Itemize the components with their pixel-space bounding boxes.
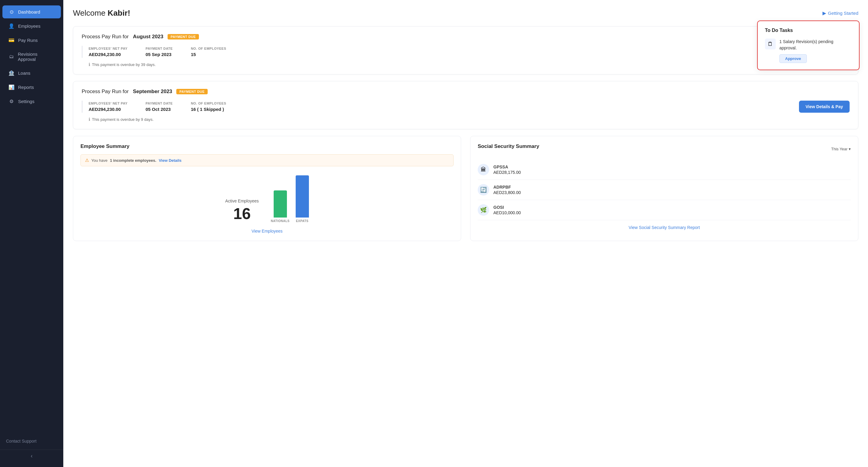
social-item-adrpbf: 🔄 ADRPBF AED23,800.00 <box>478 180 851 200</box>
sidebar-item-pay-runs[interactable]: 💳 Pay Runs <box>2 34 61 47</box>
info-icon-september: ℹ <box>89 117 90 122</box>
sidebar-item-revisions-approval[interactable]: 🗂 Revisions Approval <box>2 48 61 65</box>
bar-chart: NATIONALS EXPATS <box>271 175 309 223</box>
incomplete-warning: ⚠ You have 1 incomplete employees. View … <box>81 154 454 166</box>
welcome-title: Welcome Kabir! <box>73 8 130 18</box>
social-security-title: Social Security Summary <box>478 144 539 150</box>
gpssa-icon: 🏛 <box>478 164 489 175</box>
active-employees-label: Active Employees 16 <box>225 198 258 223</box>
active-count: 16 <box>225 205 258 223</box>
payrun-september-body: EMPLOYEES' NET PAY AED294,230.00 PAYMENT… <box>82 101 849 113</box>
play-icon: ▶ <box>823 10 826 16</box>
dashboard-icon: ⊙ <box>8 9 14 15</box>
no-employees-field-august: NO. OF EMPLOYEES 15 <box>191 47 226 57</box>
payrun-august-fields: EMPLOYEES' NET PAY AED294,230.00 PAYMENT… <box>89 47 799 57</box>
approve-button[interactable]: Approve <box>779 54 807 63</box>
payrun-september-card: Process Pay Run for September 2023 PAYME… <box>73 81 858 129</box>
settings-icon: ⚙ <box>8 98 14 104</box>
employees-icon: 👤 <box>8 23 14 29</box>
sidebar-label-loans: Loans <box>18 70 30 75</box>
revisions-icon: 🗂 <box>8 54 14 59</box>
page-header: Welcome Kabir! ▶ Getting Started <box>73 8 858 18</box>
social-item-gpssa: 🏛 GPSSA AED28,175.00 <box>478 160 851 180</box>
getting-started-link[interactable]: ▶ Getting Started <box>823 10 858 16</box>
payrun-august-header: Process Pay Run for August 2023 PAYMENT … <box>82 34 849 40</box>
sidebar-label-dashboard: Dashboard <box>18 9 40 14</box>
net-pay-field-september: EMPLOYEES' NET PAY AED294,230.00 <box>89 101 127 112</box>
sidebar-item-reports[interactable]: 📊 Reports <box>2 81 61 94</box>
salary-revision-icon: 🗒 <box>765 38 776 50</box>
pay-runs-icon: 💳 <box>8 37 14 43</box>
payrun-september-month: September 2023 <box>133 89 172 95</box>
payrun-september-title-prefix: Process Pay Run for <box>82 89 129 95</box>
social-item-gosi: 🌿 GOSI AED10,000.00 <box>478 200 851 220</box>
payrun-september-fields: EMPLOYEES' NET PAY AED294,230.00 PAYMENT… <box>89 101 799 112</box>
nationals-bar-item: NATIONALS <box>271 190 290 223</box>
main-content: Welcome Kabir! ▶ Getting Started Process… <box>63 0 868 467</box>
view-details-link[interactable]: View Details <box>159 158 182 163</box>
sidebar-label-employees: Employees <box>18 24 40 29</box>
overdue-note-august: ℹ This payment is overdue by 39 days. <box>82 62 849 67</box>
payment-due-badge-august: PAYMENT DUE <box>167 34 199 39</box>
todo-item-salary-revision: 🗒 1 Salary Revision(s) pending approval.… <box>765 38 852 63</box>
expats-bar-label: EXPATS <box>296 219 309 223</box>
expats-bar <box>296 175 309 218</box>
sidebar: ⊙ Dashboard 👤 Employees 💳 Pay Runs 🗂 Rev… <box>0 0 63 467</box>
view-social-report-link[interactable]: View Social Security Summary Report <box>478 225 851 230</box>
todo-title: To Do Tasks <box>765 28 852 33</box>
bottom-section: Employee Summary ⚠ You have 1 incomplete… <box>73 136 858 241</box>
nationals-bar <box>274 190 287 218</box>
sidebar-item-settings[interactable]: ⚙ Settings <box>2 95 61 108</box>
expats-bar-item: EXPATS <box>296 175 309 223</box>
view-details-pay-september-button[interactable]: View Details & Pay <box>799 101 849 113</box>
social-security-header: Social Security Summary This Year ▾ <box>478 144 851 154</box>
net-pay-field-august: EMPLOYEES' NET PAY AED294,230.00 <box>89 47 127 57</box>
nationals-bar-label: NATIONALS <box>271 219 290 223</box>
employee-chart-area: Active Employees 16 NATIONALS EXPATS <box>81 172 454 223</box>
payrun-august-body: EMPLOYEES' NET PAY AED294,230.00 PAYMENT… <box>82 46 849 58</box>
payment-due-badge-september: PAYMENT DUE <box>176 89 208 94</box>
gosi-icon: 🌿 <box>478 204 489 216</box>
payment-date-field-september: PAYMENT DATE 05 Oct 2023 <box>146 101 173 112</box>
year-filter-select[interactable]: This Year ▾ <box>831 147 851 151</box>
sidebar-item-employees[interactable]: 👤 Employees <box>2 20 61 33</box>
overdue-note-september: ℹ This payment is overdue by 9 days. <box>82 117 849 122</box>
sidebar-label-revisions: Revisions Approval <box>18 52 55 62</box>
sidebar-collapse-button[interactable]: ‹ <box>0 449 63 462</box>
chevron-down-icon: ▾ <box>849 147 851 151</box>
sidebar-label-reports: Reports <box>18 85 34 90</box>
sidebar-label-pay-runs: Pay Runs <box>18 38 38 43</box>
info-icon-august: ℹ <box>89 62 90 67</box>
sidebar-label-settings: Settings <box>18 99 34 104</box>
sidebar-item-loans[interactable]: 🏦 Loans <box>2 67 61 80</box>
warning-icon: ⚠ <box>85 158 89 163</box>
payrun-september-header: Process Pay Run for September 2023 PAYME… <box>82 89 849 95</box>
todo-tasks-panel: To Do Tasks 🗒 1 Salary Revision(s) pendi… <box>757 21 860 70</box>
payrun-august-month: August 2023 <box>133 34 163 40</box>
user-name: Kabir! <box>107 8 130 18</box>
payment-date-field-august: PAYMENT DATE 05 Sep 2023 <box>146 47 173 57</box>
employee-summary-panel: Employee Summary ⚠ You have 1 incomplete… <box>73 136 461 241</box>
payrun-august-title-prefix: Process Pay Run for <box>82 34 129 40</box>
no-employees-field-september: NO. OF EMPLOYEES 16 ( 1 Skipped ) <box>191 101 226 112</box>
social-security-panel: Social Security Summary This Year ▾ 🏛 GP… <box>470 136 858 241</box>
employee-summary-title: Employee Summary <box>81 144 454 150</box>
view-employees-link[interactable]: View Employees <box>81 229 454 234</box>
adrpbf-icon: 🔄 <box>478 184 489 195</box>
contact-support[interactable]: Contact Support <box>0 435 63 447</box>
loans-icon: 🏦 <box>8 70 14 76</box>
reports-icon: 📊 <box>8 84 14 90</box>
payrun-august-card: Process Pay Run for August 2023 PAYMENT … <box>73 26 858 74</box>
todo-item-text: 1 Salary Revision(s) pending approval. <box>779 38 852 51</box>
sidebar-item-dashboard[interactable]: ⊙ Dashboard <box>2 5 61 19</box>
